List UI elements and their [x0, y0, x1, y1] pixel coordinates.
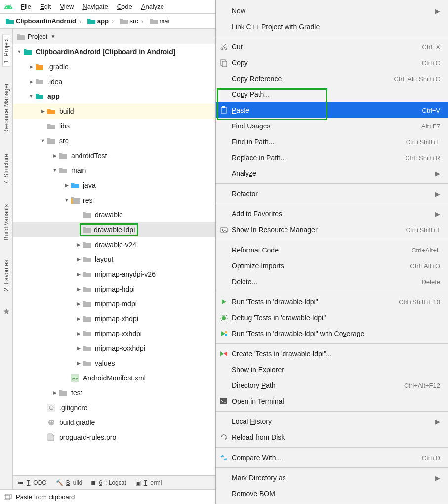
- menu-navigate[interactable]: Navigate: [82, 3, 108, 10]
- ctx-separator: [216, 447, 448, 448]
- ctx-separator: [216, 411, 448, 412]
- ctx-debug-tests-in-drawable-ldpi-[interactable]: Debug 'Tests in 'drawable-ldpi'': [216, 310, 448, 326]
- context-menu[interactable]: New▶Link C++ Project with GradleCutCtrl+…: [215, 0, 448, 504]
- tree-twisty[interactable]: ▶: [75, 256, 82, 263]
- tree-twisty[interactable]: ▶: [40, 108, 46, 115]
- side-tab-2[interactable]: 7: Structure: [3, 151, 10, 187]
- panel-title[interactable]: Project ▼: [17, 33, 55, 40]
- ctx-optimize-imports[interactable]: Optimize ImportsCtrl+Alt+O: [216, 258, 448, 274]
- ctx-find-in-path-[interactable]: Find in Path...Ctrl+Shift+F: [216, 134, 448, 150]
- tree-twisty[interactable]: ▼: [40, 137, 46, 144]
- tree-icon: [83, 271, 92, 278]
- ctx-run-tests-in-drawable-ldpi-[interactable]: Run 'Tests in 'drawable-ldpi''Ctrl+Shift…: [216, 294, 448, 310]
- side-tab-4[interactable]: 2: Favorites: [3, 257, 10, 294]
- svg-rect-7: [71, 198, 73, 204]
- bottom-tool-2[interactable]: ≣ 6: Logcat: [91, 479, 126, 486]
- tree-twisty[interactable]: ▶: [75, 345, 82, 352]
- tree-twisty[interactable]: ▶: [63, 182, 70, 189]
- tree-icon: [83, 286, 92, 293]
- svg-point-25: [222, 316, 226, 320]
- ctx-run-tests-in-drawable-ldpi-with-coverage[interactable]: Run 'Tests in 'drawable-ldpi'' with Cove…: [216, 326, 448, 341]
- ctx-local-history[interactable]: Local History▶: [216, 414, 448, 429]
- ctx-analyze[interactable]: Analyze▶: [216, 166, 448, 181]
- side-tab-1[interactable]: Resource Manager: [3, 81, 10, 137]
- ctx-new[interactable]: New▶: [216, 3, 448, 19]
- chevron-right-icon: ▶: [435, 418, 440, 425]
- bottom-tool-3[interactable]: ▣ Termi: [135, 479, 162, 486]
- menu-edit[interactable]: Edit: [40, 3, 51, 10]
- tree-twisty[interactable]: ▼: [51, 167, 58, 174]
- tree-icon: [47, 404, 56, 411]
- project-icon: [17, 34, 25, 40]
- chevron-right-icon: ▶: [435, 210, 440, 218]
- bottom-tool-1[interactable]: 🔨 Build: [56, 479, 82, 486]
- tree-twisty[interactable]: ▶: [75, 315, 82, 322]
- tree-twisty[interactable]: ▶: [75, 286, 82, 293]
- ctx-add-to-favorites[interactable]: Add to Favorites▶: [216, 206, 448, 222]
- bottom-toolbar: ≔ TODO🔨 Build≣ 6: Logcat▣ Termi: [13, 475, 215, 489]
- statusbar: Paste from clipboard: [0, 489, 215, 504]
- crumb-2[interactable]: src›: [117, 16, 147, 26]
- tree-twisty[interactable]: ▶: [28, 63, 35, 70]
- ctx-copy-reference[interactable]: Copy ReferenceCtrl+Alt+Shift+C: [216, 71, 448, 86]
- ctx-icon: [216, 314, 232, 322]
- ctx-find-usages[interactable]: Find UsagesAlt+F7: [216, 118, 448, 134]
- tree-twisty[interactable]: ▶: [75, 360, 82, 367]
- tree-icon: [47, 419, 56, 426]
- svg-rect-28: [220, 398, 227, 404]
- ctx-directory-path[interactable]: Directory PathCtrl+Alt+F12: [216, 378, 448, 393]
- tree-twisty[interactable]: ▶: [51, 389, 58, 396]
- svg-point-13: [50, 421, 51, 422]
- tree-icon: [71, 182, 80, 189]
- tree-icon: [83, 345, 92, 352]
- crumb-0[interactable]: ClipboardinAndroid›: [3, 16, 84, 26]
- ctx-show-in-resource-manager[interactable]: Show In Resource ManagerCtrl+Shift+T: [216, 222, 448, 238]
- tree-twisty[interactable]: ▼: [16, 48, 23, 55]
- ctx-refactor[interactable]: Refactor▶: [216, 186, 448, 202]
- ctx-remove-bom[interactable]: Remove BOM: [216, 486, 448, 502]
- ctx-compare-with-[interactable]: Compare With...Ctrl+D: [216, 450, 448, 465]
- tree-twisty[interactable]: ▶: [75, 330, 82, 337]
- tree-twisty[interactable]: ▶: [75, 241, 82, 248]
- ctx-icon: [216, 397, 232, 405]
- ctx-separator: [216, 204, 448, 204]
- ctx-cut[interactable]: CutCtrl+X: [216, 39, 448, 55]
- tree-icon: [47, 434, 56, 441]
- bottom-tool-0[interactable]: ≔ TODO: [18, 479, 47, 486]
- tree-icon: [83, 256, 92, 263]
- ctx-open-in-terminal[interactable]: Open in Terminal: [216, 393, 448, 409]
- tree-icon: [83, 300, 92, 307]
- bottom-tool-icon: 🔨: [56, 479, 63, 486]
- tree-twisty[interactable]: ▶: [75, 300, 82, 307]
- tree-twisty[interactable]: ▶: [51, 152, 58, 159]
- ctx-reformat-code[interactable]: Reformat CodeCtrl+Alt+L: [216, 242, 448, 258]
- ctx-separator: [216, 292, 448, 292]
- ctx-mark-directory-as[interactable]: Mark Directory as▶: [216, 470, 448, 486]
- svg-rect-22: [222, 106, 225, 108]
- ctx-icon: [216, 43, 232, 51]
- ctx-create-tests-in-drawable-ldpi-[interactable]: Create 'Tests in 'drawable-ldpi''...: [216, 346, 448, 362]
- menu-file[interactable]: File: [21, 3, 31, 10]
- ctx-paste[interactable]: PasteCtrl+V: [216, 102, 448, 118]
- ctx-show-in-explorer[interactable]: Show in Explorer: [216, 362, 448, 378]
- menu-code[interactable]: Code: [117, 3, 132, 10]
- svg-rect-20: [222, 61, 227, 67]
- ctx-copy-path-[interactable]: Copy Path...: [216, 86, 448, 102]
- crumb-1[interactable]: app›: [84, 16, 117, 26]
- tree-twisty[interactable]: ▼: [63, 197, 70, 204]
- crumb-3[interactable]: mai: [147, 16, 173, 26]
- menu-view[interactable]: View: [60, 3, 74, 10]
- ctx-reload-from-disk[interactable]: Reload from Disk: [216, 429, 448, 445]
- tree-twisty[interactable]: ▶: [28, 78, 35, 85]
- tree-icon: [83, 315, 92, 322]
- ctx-delete-[interactable]: Delete...Delete: [216, 274, 448, 290]
- ctx-replace-in-path-[interactable]: Replace in Path...Ctrl+Shift+R: [216, 150, 448, 166]
- side-tab-0[interactable]: 1: Project: [2, 35, 10, 67]
- side-tab-3[interactable]: Build Variants: [3, 201, 10, 243]
- tree-twisty[interactable]: ▶: [75, 271, 82, 278]
- android-icon: [4, 2, 13, 11]
- ctx-copy[interactable]: CopyCtrl+C: [216, 55, 448, 71]
- menu-analyze[interactable]: Analyze: [141, 3, 164, 10]
- ctx-link-c-project-with-gradle[interactable]: Link C++ Project with Gradle: [216, 19, 448, 35]
- tree-twisty[interactable]: ▼: [28, 93, 35, 100]
